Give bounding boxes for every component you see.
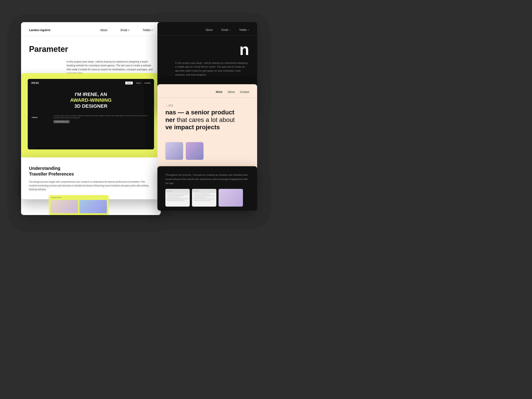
tagline-line3: ve impact projects: [165, 123, 249, 131]
pink-nav-work[interactable]: Work: [216, 90, 222, 94]
mock-line: [193, 194, 211, 195]
dark-lower-card: Throughout the process, I focused on cre…: [157, 166, 257, 211]
irene-hero: I'M IRENE, AN AWARD-WINNING 3D DESIGNER: [28, 87, 154, 111]
irene-line1: I'M IRENE, AN: [32, 92, 150, 97]
year-badge: — 2022: [165, 104, 249, 107]
mock-line: [193, 200, 211, 201]
pink-thumb-1: [165, 142, 183, 160]
irene-nav-home[interactable]: Home: [125, 82, 133, 84]
irene-about-label: About: [31, 116, 38, 118]
dot-3: [171, 190, 172, 191]
dot-4: [193, 190, 194, 191]
pink-nav: Work About Contact: [157, 84, 257, 98]
white-card-nav: Landon Aguirre About Email↗ Twitter↗: [21, 22, 161, 36]
screenshot-3: [219, 189, 243, 207]
nav-email-link[interactable]: Email↗: [120, 29, 129, 32]
thumb-1: [51, 200, 78, 213]
pink-thumbnails: [165, 142, 249, 160]
mock-line: [167, 197, 180, 198]
mock-line: [193, 198, 215, 199]
yellow-showcase-card: IRENE Home About Contact I'M IRENE, AN A…: [21, 73, 161, 157]
pink-nav-contact[interactable]: Contact: [240, 90, 249, 94]
tagline-line1: nas — a senior product: [165, 109, 249, 116]
brand-name: Landon Aguirre: [29, 28, 50, 32]
screenshot-1: [165, 189, 190, 207]
tagline-line2: ner that cares a lot about: [165, 116, 249, 124]
dark-top-nav: About Email↗ Twitter↗: [157, 22, 257, 36]
dot-2: [169, 190, 170, 191]
section-body: The design process began with comprehens…: [29, 180, 153, 191]
screenshots: [165, 189, 249, 207]
pink-nav-about[interactable]: About: [228, 90, 234, 94]
pink-card: Work About Contact — 2022 nas — a senior…: [157, 84, 257, 177]
mock-content-1: [165, 193, 190, 202]
strip-label: • Recent work: [51, 197, 61, 198]
irene-dark-card: IRENE Home About Contact I'M IRENE, AN A…: [28, 79, 154, 149]
mock-line: [193, 197, 206, 198]
tagline: nas — a senior product ner that cares a …: [165, 109, 249, 131]
mock-header-1: [165, 189, 190, 193]
irene-lorem: Lorem ipsum dolor sit amet, consectetur …: [53, 115, 151, 119]
thumbnail-strip: • Recent work: [49, 195, 109, 215]
lower-white-section: Understanding Traveller Preferences The …: [21, 157, 161, 199]
thumb-2: [79, 200, 107, 213]
irene-brand: IRENE: [31, 82, 39, 84]
dark-project-desc: In this project case study, I will be sh…: [157, 57, 257, 77]
irene-nav: IRENE Home About Contact: [28, 79, 154, 87]
dark-project-title: n: [157, 36, 257, 57]
dot-5: [195, 190, 196, 191]
project-title: Parameter: [29, 45, 153, 54]
irene-line2: AWARD-WINNING: [32, 97, 150, 103]
nav-about-link[interactable]: About: [100, 29, 107, 32]
irene-nav-contact[interactable]: Contact: [144, 82, 151, 84]
nav-twitter-link[interactable]: Twitter↗: [143, 29, 153, 32]
section-heading: Understanding Traveller Preferences: [29, 165, 153, 177]
dark-nav-twitter[interactable]: Twitter↗: [239, 28, 249, 32]
irene-nav-about[interactable]: About: [136, 82, 141, 84]
irene-btn-more[interactable]: MORE ABOUT ME: [53, 120, 70, 123]
mock-line: [167, 194, 188, 195]
dot-1: [167, 190, 168, 191]
mock-line: [193, 195, 215, 196]
irene-bottom: About Lorem ipsum dolor sit amet, consec…: [28, 111, 154, 123]
mock-line: [167, 198, 188, 199]
pink-hero-content: — 2022 nas — a senior product ner that c…: [157, 98, 257, 138]
mock-content-2: [192, 193, 216, 202]
mock-line: [167, 200, 184, 201]
pink-thumb-2: [186, 142, 203, 160]
screenshot-2: [192, 189, 216, 207]
mock-line: [167, 195, 184, 196]
dot-6: [197, 190, 198, 191]
dark-lower-desc: Throughout the process, I focused on cre…: [165, 173, 249, 185]
mock-header-2: [192, 189, 216, 193]
dark-nav-email[interactable]: Email↗: [222, 28, 230, 32]
irene-line3: 3D DESIGNER: [32, 103, 150, 109]
dark-desc-paragraph: In this project case study, I will be sh…: [175, 61, 249, 77]
dark-nav-about[interactable]: About: [205, 28, 212, 32]
